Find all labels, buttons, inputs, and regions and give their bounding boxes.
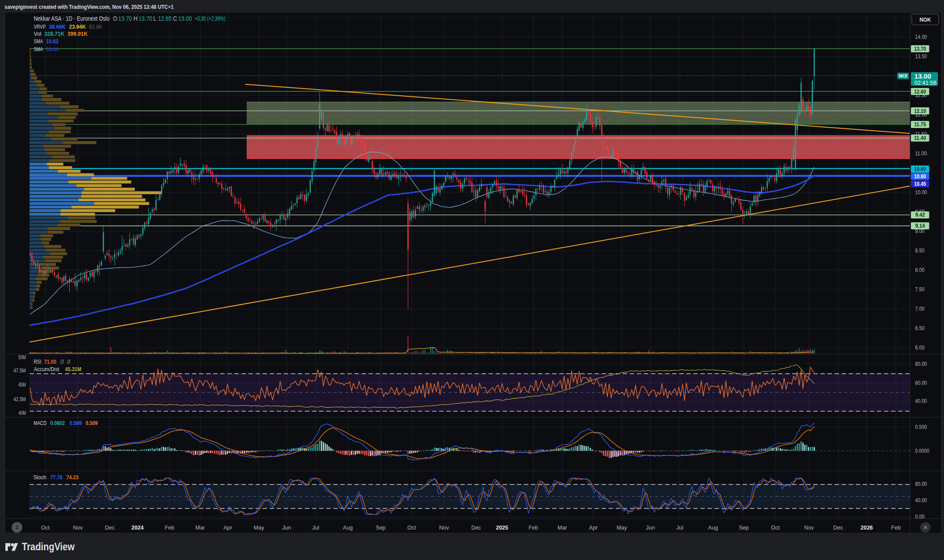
- svg-text:12.10: 12.10: [914, 108, 926, 114]
- svg-text:Oct: Oct: [771, 525, 780, 531]
- svg-text:12.65: 12.65: [158, 15, 172, 22]
- svg-text:Sep: Sep: [739, 525, 748, 531]
- svg-text:Dec: Dec: [105, 525, 115, 531]
- svg-text:May: May: [254, 525, 264, 531]
- svg-text:TradingView: TradingView: [22, 541, 75, 552]
- svg-text:Mar: Mar: [557, 525, 567, 531]
- svg-text:+0.30 (+2.36%): +0.30 (+2.36%): [195, 15, 225, 22]
- svg-text:40.00: 40.00: [915, 398, 927, 404]
- svg-text:O: O: [113, 15, 117, 22]
- svg-text:10.62: 10.62: [46, 38, 59, 45]
- svg-text:2026: 2026: [861, 525, 873, 531]
- svg-text:74.23: 74.23: [67, 474, 79, 481]
- svg-text:Ø: Ø: [60, 358, 64, 365]
- svg-text:H: H: [133, 15, 138, 22]
- svg-text:62.6K: 62.6K: [89, 23, 103, 30]
- svg-text:14.00: 14.00: [915, 34, 927, 40]
- svg-text:10.45: 10.45: [914, 181, 926, 187]
- svg-text:NOK: NOK: [920, 17, 931, 23]
- svg-text:13.70: 13.70: [139, 15, 152, 22]
- svg-text:Nekkar ASA · 1D · Euronext Osl: Nekkar ASA · 1D · Euronext Oslo: [34, 15, 109, 22]
- svg-text:Ø: Ø: [67, 358, 71, 365]
- svg-text:328.71K: 328.71K: [44, 30, 64, 37]
- svg-text:11.40: 11.40: [914, 135, 926, 141]
- svg-text:10.60: 10.60: [914, 173, 926, 180]
- svg-text:0.00: 0.00: [915, 514, 925, 520]
- svg-text:Mar: Mar: [196, 525, 205, 531]
- svg-text:13.70: 13.70: [914, 46, 926, 52]
- svg-text:A: A: [924, 525, 927, 530]
- svg-text:Vol: Vol: [34, 30, 41, 37]
- svg-text:399.91K: 399.91K: [68, 30, 88, 37]
- svg-text:Sep: Sep: [376, 525, 386, 531]
- svg-text:10.60: 10.60: [914, 166, 926, 172]
- svg-text:42.5M: 42.5M: [14, 396, 26, 402]
- svg-text:6.00: 6.00: [915, 345, 925, 351]
- svg-text:Stoch: Stoch: [34, 474, 46, 481]
- svg-text:Apr: Apr: [589, 525, 598, 531]
- svg-text:2025: 2025: [496, 525, 508, 531]
- svg-text:77.78: 77.78: [50, 474, 63, 481]
- svg-text:9.14: 9.14: [915, 223, 925, 229]
- svg-text:Oct: Oct: [407, 525, 416, 531]
- svg-text:10.00: 10.00: [915, 189, 927, 195]
- svg-text:Aug: Aug: [343, 525, 353, 531]
- svg-text:60.00: 60.00: [915, 380, 927, 386]
- svg-text:0.509: 0.509: [86, 420, 98, 426]
- svg-text:38.66K: 38.66K: [49, 23, 66, 30]
- svg-text:L: L: [153, 15, 156, 22]
- svg-text:May: May: [617, 525, 627, 531]
- svg-text:02:41:56: 02:41:56: [914, 79, 936, 86]
- svg-text:Dec: Dec: [471, 525, 481, 531]
- svg-text:Dec: Dec: [833, 525, 843, 531]
- svg-text:50M: 50M: [19, 354, 26, 361]
- svg-text:23.94K: 23.94K: [69, 23, 86, 30]
- svg-text:NKR: NKR: [899, 73, 908, 79]
- svg-text:Accum/Dist: Accum/Dist: [34, 366, 59, 372]
- svg-text:40M: 40M: [19, 410, 26, 416]
- svg-text:Jul: Jul: [312, 525, 319, 531]
- svg-text:47.5M: 47.5M: [14, 368, 26, 374]
- svg-text:VRVP: VRVP: [34, 23, 45, 30]
- svg-text:RSI: RSI: [34, 358, 41, 365]
- svg-text:7.00: 7.00: [915, 306, 925, 312]
- svg-text:SMA: SMA: [34, 38, 43, 45]
- svg-text:71.00: 71.00: [44, 358, 56, 365]
- svg-text:8.00: 8.00: [915, 267, 925, 273]
- svg-text:Nov: Nov: [73, 525, 83, 531]
- svg-text:10.44: 10.44: [46, 46, 59, 53]
- svg-text:40.00: 40.00: [915, 497, 927, 504]
- svg-text:Apr: Apr: [223, 525, 232, 531]
- svg-text:Z: Z: [15, 525, 19, 530]
- svg-text:12.60: 12.60: [914, 89, 926, 95]
- svg-text:0.500: 0.500: [915, 424, 927, 430]
- svg-text:Jul: Jul: [676, 525, 683, 531]
- svg-text:9.42: 9.42: [915, 212, 925, 218]
- svg-text:Jun: Jun: [282, 525, 291, 531]
- svg-text:7.50: 7.50: [915, 286, 925, 293]
- svg-text:Feb: Feb: [165, 525, 174, 531]
- svg-text:45.31M: 45.31M: [65, 366, 81, 372]
- svg-text:Oct: Oct: [41, 525, 50, 531]
- svg-text:Nov: Nov: [439, 525, 449, 531]
- svg-text:C: C: [173, 15, 177, 22]
- svg-text:0.0000: 0.0000: [915, 448, 929, 454]
- svg-text:2024: 2024: [132, 525, 144, 531]
- svg-text:0.0802: 0.0802: [50, 420, 65, 426]
- svg-text:13.50: 13.50: [915, 53, 927, 60]
- svg-text:13.00: 13.00: [178, 15, 192, 22]
- svg-text:Nov: Nov: [804, 525, 814, 531]
- svg-text:11.00: 11.00: [915, 150, 927, 157]
- svg-text:45M: 45M: [19, 382, 26, 388]
- svg-text:80.00: 80.00: [915, 361, 927, 367]
- svg-text:Feb: Feb: [891, 525, 901, 531]
- svg-text:8.50: 8.50: [915, 248, 925, 254]
- svg-text:SMA: SMA: [34, 46, 43, 53]
- svg-text:0.589: 0.589: [70, 420, 82, 426]
- svg-text:Feb: Feb: [529, 525, 538, 531]
- svg-text:6.50: 6.50: [915, 325, 925, 331]
- svg-text:MACD: MACD: [34, 420, 47, 426]
- svg-text:Jun: Jun: [646, 525, 655, 531]
- svg-text:13.70: 13.70: [118, 15, 132, 22]
- svg-text:80.00: 80.00: [915, 481, 927, 487]
